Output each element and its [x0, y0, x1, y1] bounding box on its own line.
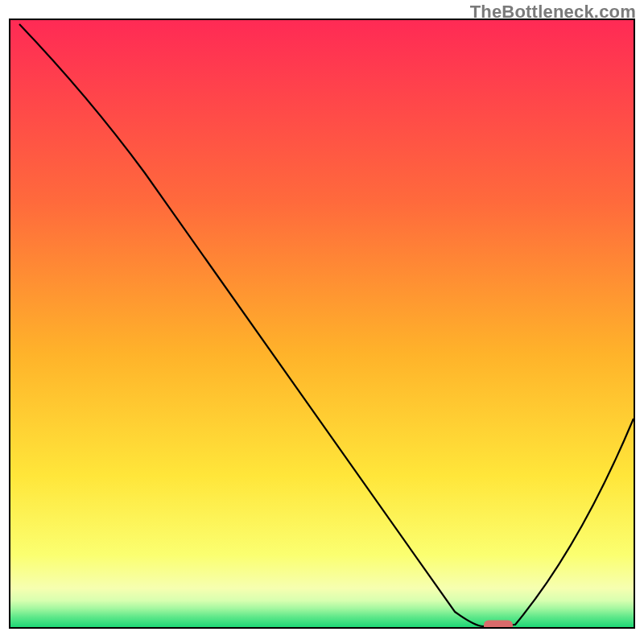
watermark-text: TheBottleneck.com	[470, 2, 636, 23]
optimal-marker	[484, 621, 513, 631]
chart-svg	[0, 0, 644, 644]
gradient-background	[10, 19, 634, 628]
chart-stage: TheBottleneck.com	[0, 0, 644, 644]
